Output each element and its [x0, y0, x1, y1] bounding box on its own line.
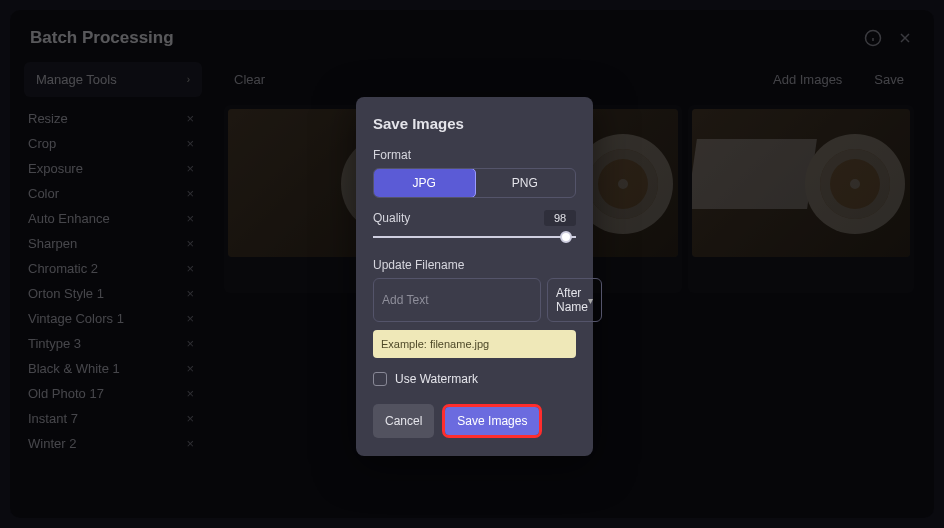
format-png-option[interactable]: PNG: [475, 169, 576, 197]
cancel-button[interactable]: Cancel: [373, 404, 434, 438]
filename-position-value: After Name: [556, 286, 588, 314]
format-label: Format: [373, 148, 576, 162]
filename-text-input[interactable]: [373, 278, 541, 322]
save-images-modal: Save Images Format JPG PNG Quality Updat…: [356, 97, 593, 456]
format-segmented: JPG PNG: [373, 168, 576, 198]
quality-slider[interactable]: [373, 230, 576, 244]
save-images-highlight: Save Images: [442, 404, 542, 438]
filename-example: Example: filename.jpg: [373, 330, 576, 358]
modal-title: Save Images: [373, 115, 576, 132]
chevron-down-icon: ▾: [588, 295, 593, 306]
filename-position-select[interactable]: After Name ▾: [547, 278, 602, 322]
quality-input[interactable]: [544, 210, 576, 226]
save-images-button[interactable]: Save Images: [445, 407, 539, 435]
quality-label: Quality: [373, 211, 410, 225]
watermark-checkbox[interactable]: [373, 372, 387, 386]
update-filename-label: Update Filename: [373, 258, 576, 272]
format-jpg-option[interactable]: JPG: [373, 168, 476, 198]
watermark-label: Use Watermark: [395, 372, 478, 386]
